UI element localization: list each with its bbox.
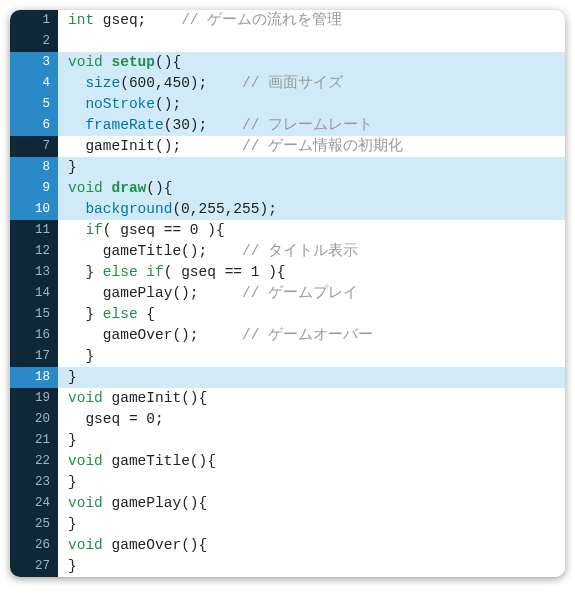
line-number: 14 [10,283,58,304]
token-txt: ( gseq == 0 ){ [103,222,225,238]
token-txt: ( gseq == 1 ){ [164,264,286,280]
token-kw: void [68,180,103,196]
token-kw: int [68,12,94,28]
code-line[interactable]: 4 size(600,450); // 画面サイズ [10,73,565,94]
token-txt: (0,255,255); [172,201,276,217]
line-number: 4 [10,73,58,94]
code-content[interactable]: noStroke(); [58,94,565,115]
code-content[interactable]: frameRate(30); // フレームレート [58,115,565,136]
token-txt: (600,450); [120,75,242,91]
code-content[interactable]: } [58,157,565,178]
code-content[interactable]: size(600,450); // 画面サイズ [58,73,565,94]
token-txt: } [68,348,94,364]
code-content[interactable]: } [58,367,565,388]
code-content[interactable]: void gameInit(){ [58,388,565,409]
code-line[interactable]: 9void draw(){ [10,178,565,199]
code-line[interactable]: 6 frameRate(30); // フレームレート [10,115,565,136]
token-fn: size [85,75,120,91]
line-number: 6 [10,115,58,136]
code-line[interactable]: 24void gamePlay(){ [10,493,565,514]
code-line[interactable]: 15 } else { [10,304,565,325]
token-txt: gameOver(){ [103,537,207,553]
code-line[interactable]: 13 } else if( gseq == 1 ){ [10,262,565,283]
code-line[interactable]: 12 gameTitle(); // タイトル表示 [10,241,565,262]
line-number: 17 [10,346,58,367]
token-txt [68,222,85,238]
token-txt: } [68,264,103,280]
code-line[interactable]: 2 [10,31,565,52]
code-line[interactable]: 21} [10,430,565,451]
token-kw: void [68,537,103,553]
token-txt: gameTitle(){ [103,453,216,469]
code-content[interactable] [58,31,565,52]
line-number: 22 [10,451,58,472]
code-line[interactable]: 11 if( gseq == 0 ){ [10,220,565,241]
token-cmt: // ゲームの流れを管理 [181,12,342,28]
token-cmt: // ゲーム情報の初期化 [242,138,403,154]
token-txt: } [68,432,77,448]
code-content[interactable]: } else if( gseq == 1 ){ [58,262,565,283]
code-line[interactable]: 27} [10,556,565,577]
token-txt: } [68,474,77,490]
code-line[interactable]: 19void gameInit(){ [10,388,565,409]
code-content[interactable]: void gameOver(){ [58,535,565,556]
token-fn: noStroke [85,96,155,112]
token-kw: if [85,222,102,238]
code-line[interactable]: 20 gseq = 0; [10,409,565,430]
code-content[interactable]: } [58,556,565,577]
code-content[interactable]: gameTitle(); // タイトル表示 [58,241,565,262]
code-content[interactable]: } [58,514,565,535]
code-content[interactable]: } [58,472,565,493]
code-content[interactable]: gameInit(); // ゲーム情報の初期化 [58,136,565,157]
code-content[interactable]: void gameTitle(){ [58,451,565,472]
code-line[interactable]: 23} [10,472,565,493]
token-txt: (30); [164,117,242,133]
code-line[interactable]: 22void gameTitle(){ [10,451,565,472]
token-txt [68,75,85,91]
token-cmt: // ゲームプレイ [242,285,358,301]
code-content[interactable]: gamePlay(); // ゲームプレイ [58,283,565,304]
code-content[interactable]: void setup(){ [58,52,565,73]
code-content[interactable]: gseq = 0; [58,409,565,430]
code-line[interactable]: 10 background(0,255,255); [10,199,565,220]
token-txt: } [68,369,77,385]
token-fn: background [85,201,172,217]
line-number: 18 [10,367,58,388]
code-content[interactable]: } [58,346,565,367]
token-txt: } [68,306,103,322]
code-line[interactable]: 25} [10,514,565,535]
code-line[interactable]: 26void gameOver(){ [10,535,565,556]
token-txt: (){ [146,180,172,196]
code-content[interactable]: } else { [58,304,565,325]
code-line[interactable]: 14 gamePlay(); // ゲームプレイ [10,283,565,304]
code-line[interactable]: 8} [10,157,565,178]
token-txt: gseq; [94,12,181,28]
code-content[interactable]: } [58,430,565,451]
token-txt: } [68,516,77,532]
token-txt: { [138,306,155,322]
code-line[interactable]: 5 noStroke(); [10,94,565,115]
token-cmt: // フレームレート [242,117,373,133]
code-content[interactable]: void draw(){ [58,178,565,199]
code-line[interactable]: 17 } [10,346,565,367]
token-txt [68,96,85,112]
line-number: 11 [10,220,58,241]
code-line[interactable]: 18} [10,367,565,388]
code-line[interactable]: 16 gameOver(); // ゲームオーバー [10,325,565,346]
code-content[interactable]: if( gseq == 0 ){ [58,220,565,241]
code-content[interactable]: void gamePlay(){ [58,493,565,514]
token-txt: gameInit(){ [103,390,207,406]
token-txt: } [68,159,77,175]
code-content[interactable]: background(0,255,255); [58,199,565,220]
line-number: 12 [10,241,58,262]
token-txt: (){ [155,54,181,70]
code-line[interactable]: 7 gameInit(); // ゲーム情報の初期化 [10,136,565,157]
code-line[interactable]: 3void setup(){ [10,52,565,73]
code-line[interactable]: 1int gseq; // ゲームの流れを管理 [10,10,565,31]
token-cmt: // 画面サイズ [242,75,343,91]
code-content[interactable]: gameOver(); // ゲームオーバー [58,325,565,346]
line-number: 19 [10,388,58,409]
line-number: 7 [10,136,58,157]
code-editor[interactable]: 1int gseq; // ゲームの流れを管理23void setup(){4 … [10,10,565,577]
code-content[interactable]: int gseq; // ゲームの流れを管理 [58,10,565,31]
